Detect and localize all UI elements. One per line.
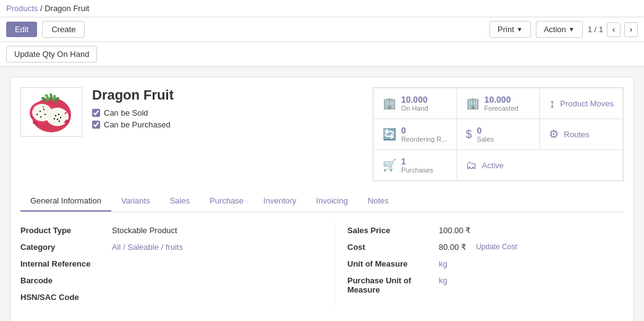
- sales-price-group: Sales Price 100.00 ₹: [347, 222, 624, 239]
- product-type-group: Product Type Stockable Product: [20, 222, 310, 239]
- product-moves-icon: ↕: [549, 96, 555, 111]
- cost-group: Cost 80.00 ₹ Update Cost: [347, 239, 624, 255]
- subbar: Update Qty On Hand: [0, 42, 644, 67]
- breadcrumb: Products / Dragon Fruit: [6, 4, 89, 13]
- svg-point-7: [44, 113, 46, 114]
- svg-point-16: [59, 120, 60, 121]
- print-chevron-icon: ▼: [517, 26, 523, 33]
- stat-active[interactable]: 🗂 Active: [457, 150, 623, 181]
- internal-reference-group: Internal Reference: [20, 255, 310, 272]
- forecasted-icon: 🏢: [466, 96, 480, 110]
- can-be-purchased-label: Can be Purchased: [104, 120, 171, 129]
- product-image-svg: [23, 89, 79, 135]
- breadcrumb-current: Dragon Fruit: [44, 4, 89, 13]
- barcode-label: Barcode: [20, 276, 107, 285]
- svg-point-4: [40, 110, 41, 111]
- tab-inventory[interactable]: Inventory: [253, 191, 306, 212]
- svg-point-15: [54, 118, 55, 119]
- form-left-column: Product Type Stockable Product Category …: [20, 222, 310, 306]
- purchase-unit-of-measure-group: Purchase Unit ofMeasure kg: [347, 272, 624, 298]
- active-icon: 🗂: [466, 159, 477, 172]
- sales-label: Sales: [477, 135, 494, 143]
- on-hand-number: 10.000: [401, 95, 428, 105]
- can-be-sold-label: Can be Sold: [104, 108, 148, 118]
- edit-button[interactable]: Edit: [6, 22, 37, 37]
- product-card: Dragon Fruit Can be Sold Can be Purchase…: [10, 77, 634, 321]
- can-be-sold-checkbox[interactable]: Can be Sold: [92, 108, 363, 118]
- form-right-column: Sales Price 100.00 ₹ Cost 80.00 ₹ Update…: [334, 222, 624, 306]
- print-button[interactable]: Print ▼: [489, 21, 531, 38]
- sales-icon: $: [466, 128, 472, 141]
- hsn-sac-group: HSN/SAC Code: [20, 289, 310, 306]
- barcode-group: Barcode: [20, 272, 310, 289]
- main-content: Dragon Fruit Can be Sold Can be Purchase…: [0, 67, 644, 321]
- purchase-unit-of-measure-value[interactable]: kg: [439, 276, 447, 285]
- category-value[interactable]: All / Saleable / fruits: [112, 242, 183, 252]
- can-be-purchased-input[interactable]: [92, 121, 100, 129]
- svg-point-14: [57, 118, 58, 119]
- product-header: Dragon Fruit Can be Sold Can be Purchase…: [20, 87, 624, 181]
- action-button[interactable]: Action ▼: [536, 21, 583, 38]
- tab-variants[interactable]: Variants: [111, 191, 160, 212]
- tab-general-information[interactable]: General Information: [20, 191, 111, 212]
- on-hand-icon: 🏢: [383, 96, 396, 110]
- stat-purchases[interactable]: 🛒 1 Purchases: [373, 150, 457, 181]
- tab-invoicing[interactable]: Invoicing: [307, 191, 358, 212]
- stat-forecasted[interactable]: 🏢 10.000 Forecasted: [457, 88, 540, 119]
- product-type-value: Stockable Product: [112, 226, 177, 235]
- stat-sales[interactable]: $ 0 Sales: [457, 119, 540, 150]
- purchase-unit-of-measure-label: Purchase Unit ofMeasure: [347, 276, 434, 294]
- purchases-number: 1: [401, 156, 433, 166]
- sales-number: 0: [477, 126, 494, 135]
- update-cost-link[interactable]: Update Cost: [476, 242, 517, 251]
- svg-point-11: [55, 114, 56, 116]
- product-checkboxes: Can be Sold Can be Purchased: [92, 108, 363, 129]
- stat-routes[interactable]: ⚙ Routes: [540, 119, 623, 150]
- form-section: Product Type Stockable Product Category …: [20, 212, 624, 315]
- print-label: Print: [498, 25, 514, 34]
- sales-price-value: 100.00 ₹: [439, 226, 470, 235]
- active-label: Active: [482, 161, 504, 170]
- svg-point-9: [43, 106, 44, 108]
- product-name: Dragon Fruit: [92, 87, 363, 103]
- update-qty-button[interactable]: Update Qty On Hand: [6, 46, 97, 62]
- tab-sales[interactable]: Sales: [160, 191, 200, 212]
- svg-point-8: [40, 116, 41, 117]
- breadcrumb-parent[interactable]: Products: [6, 4, 38, 13]
- reordering-label: Reordering R...: [401, 135, 447, 143]
- cost-label: Cost: [347, 242, 434, 252]
- product-info: Dragon Fruit Can be Sold Can be Purchase…: [92, 87, 363, 129]
- product-image: [20, 87, 82, 137]
- product-stats: 🏢 10.000 On Hand 🏢 10.000 Forecasted ↕ P: [373, 87, 624, 181]
- next-button[interactable]: ›: [624, 22, 638, 37]
- tab-notes[interactable]: Notes: [358, 191, 399, 212]
- tab-purchase[interactable]: Purchase: [200, 191, 253, 212]
- cost-value: 80.00 ₹: [439, 242, 466, 252]
- stat-product-moves[interactable]: ↕ Product Moves: [540, 88, 623, 119]
- forecasted-number: 10.000: [485, 95, 519, 105]
- tab-bar: General Information Variants Sales Purch…: [20, 191, 624, 212]
- reordering-icon: 🔄: [383, 127, 396, 141]
- svg-point-13: [60, 116, 61, 118]
- forecasted-label: Forecasted: [485, 105, 519, 112]
- routes-label: Routes: [564, 130, 589, 139]
- svg-point-6: [36, 113, 38, 114]
- on-hand-label: On Hand: [401, 105, 428, 112]
- purchases-label: Purchases: [401, 166, 433, 174]
- stat-on-hand[interactable]: 🏢 10.000 On Hand: [373, 88, 457, 119]
- unit-of-measure-value[interactable]: kg: [439, 259, 447, 268]
- create-button[interactable]: Create: [42, 21, 85, 38]
- category-label: Category: [20, 242, 107, 252]
- product-type-label: Product Type: [20, 226, 107, 235]
- can-be-purchased-checkbox[interactable]: Can be Purchased: [92, 120, 363, 129]
- svg-point-5: [43, 108, 44, 109]
- routes-icon: ⚙: [549, 127, 559, 141]
- category-group: Category All / Saleable / fruits: [20, 239, 310, 255]
- svg-point-12: [58, 113, 59, 114]
- stat-reordering[interactable]: 🔄 0 Reordering R...: [373, 119, 457, 150]
- can-be-sold-input[interactable]: [92, 109, 100, 117]
- action-label: Action: [544, 25, 566, 34]
- main-toolbar: Edit Create Print ▼ Action ▼ 1 / 1 ‹ ›: [0, 17, 644, 42]
- action-chevron-icon: ▼: [569, 26, 575, 33]
- prev-button[interactable]: ‹: [607, 22, 621, 37]
